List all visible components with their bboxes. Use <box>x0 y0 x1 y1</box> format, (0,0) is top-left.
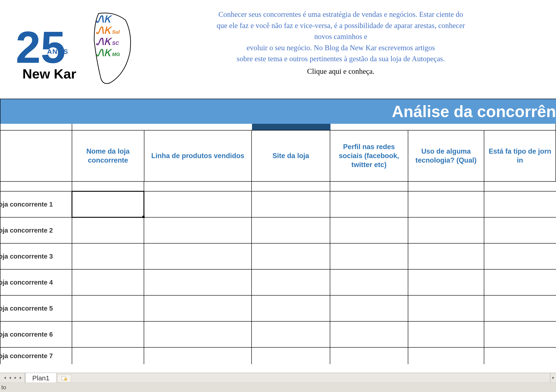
cell-nome[interactable] <box>72 218 144 243</box>
table-row: oja concorrente 4 <box>0 270 556 296</box>
scroll-right-icon[interactable] <box>550 373 556 383</box>
column-header-tecnologia[interactable]: Uso de alguma tecnologia? (Qual) <box>408 131 485 181</box>
cell-produtos[interactable] <box>144 243 252 269</box>
row-label[interactable]: oja concorrente 4 <box>0 270 72 295</box>
new-sheet-icon <box>61 376 68 381</box>
sheet-nav-first-icon[interactable] <box>2 376 7 380</box>
cell-selection-indicator <box>71 191 145 218</box>
cell-produtos[interactable] <box>144 321 252 347</box>
column-header-empty[interactable] <box>0 131 72 181</box>
intro-line: novos caminhos e <box>144 31 538 42</box>
sheet-nav-next-icon[interactable] <box>13 376 18 380</box>
new-sheet-button[interactable] <box>57 375 71 382</box>
cell-social[interactable] <box>330 243 408 269</box>
column-header-truncated[interactable]: Está fa tipo de jorn in <box>484 131 556 181</box>
cell-tech[interactable] <box>408 270 485 295</box>
cell-produtos[interactable] <box>144 270 252 295</box>
status-bar: to <box>0 383 556 392</box>
intro-text-block: Conhecer seus concorrentes é uma estraté… <box>139 5 547 92</box>
sheet-tab-plan1[interactable]: Plan1 <box>25 373 56 383</box>
cell-last[interactable] <box>484 348 556 364</box>
cell-social[interactable] <box>330 321 408 347</box>
cell-last[interactable] <box>484 243 556 269</box>
cell-nome[interactable] <box>72 348 144 364</box>
row-label[interactable]: oja concorrente 2 <box>0 218 72 243</box>
cell-tech[interactable] <box>408 191 485 217</box>
intro-cta-link[interactable]: Clique aqui e conheça. <box>144 66 538 77</box>
cell-last[interactable] <box>484 218 556 243</box>
table-row: oja concorrente 7 <box>0 348 556 364</box>
table-header-row: Nome da loja concorrente Linha de produt… <box>0 130 556 182</box>
logo-number-25: 25 <box>16 22 65 72</box>
cell-last[interactable] <box>484 321 556 347</box>
row-label[interactable]: oja concorrente 6 <box>0 321 72 347</box>
cell-nome[interactable] <box>72 243 144 269</box>
intro-line: que ele faz e você não faz e vice-versa,… <box>144 20 538 31</box>
cell-produtos[interactable] <box>144 296 252 321</box>
logo-25anos-newkar: 25 ANOS New Kar ᏁᏦ ᏁᏦ Sul ᏁᏦSC ᏁᏦMG <box>14 7 134 87</box>
sheet-tab-bar: Plan1 <box>0 373 556 383</box>
column-header-nome[interactable]: Nome da loja concorrente <box>72 131 144 181</box>
cell-social[interactable] <box>330 270 408 295</box>
cell-tech[interactable] <box>408 296 485 321</box>
row-label[interactable]: oja concorrente 5 <box>0 296 72 321</box>
sheet-nav-buttons <box>1 373 25 383</box>
cell-social[interactable] <box>330 218 408 243</box>
table-row: oja concorrente 6 <box>0 321 556 348</box>
svg-text:ᏁᏦ: ᏁᏦ <box>96 36 112 47</box>
cell-produtos[interactable] <box>144 218 252 243</box>
cell-social[interactable] <box>330 296 408 321</box>
table-row: oja concorrente 3 <box>0 243 556 270</box>
column-header-site[interactable]: Site da loja <box>252 131 330 181</box>
svg-text:SC: SC <box>112 40 119 46</box>
cell-tech[interactable] <box>408 321 485 347</box>
svg-text:MG: MG <box>112 52 120 57</box>
logo-newkar-text: New Kar <box>23 66 76 81</box>
cell-site[interactable] <box>252 296 330 321</box>
title-bar: Análise da concorrênc <box>0 99 556 124</box>
status-text: to <box>1 384 6 391</box>
cell-nome[interactable] <box>72 270 144 295</box>
column-header-linha-produtos[interactable]: Linha de produtos vendidos <box>144 131 252 181</box>
cell-nome[interactable] <box>72 296 144 321</box>
cell-site[interactable] <box>252 348 330 364</box>
cell-tech[interactable] <box>408 243 485 269</box>
column-header-redes-sociais[interactable]: Perfil nas redes sociais (facebook, twit… <box>330 131 408 181</box>
logo: 25 ANOS New Kar ᏁᏦ ᏁᏦ Sul ᏁᏦSC ᏁᏦMG <box>14 5 139 92</box>
cell-social[interactable] <box>330 348 408 364</box>
table-body: oja concorrente 1 oja concorrente 2 oja … <box>0 191 556 364</box>
cell-site[interactable] <box>252 321 330 347</box>
spacer-row <box>0 124 556 130</box>
row-label[interactable]: oja concorrente 7 <box>0 348 72 364</box>
intro-line: evoluir o seu negócio. No Blog da New Ka… <box>144 42 538 54</box>
table-row: oja concorrente 2 <box>0 218 556 243</box>
cell-tech[interactable] <box>408 348 485 364</box>
cell-site[interactable] <box>252 270 330 295</box>
filler-row <box>0 182 556 191</box>
intro-line: sobre este tema e outros pertinentes à g… <box>144 53 538 65</box>
cell-last[interactable] <box>484 270 556 295</box>
cell-produtos[interactable] <box>144 191 252 217</box>
table-row: oja concorrente 5 <box>0 296 556 321</box>
cell-site[interactable] <box>252 243 330 269</box>
cell-site[interactable] <box>252 191 330 217</box>
cell-social[interactable] <box>330 191 408 217</box>
svg-text:ᏁᏦ: ᏁᏦ <box>96 47 112 58</box>
row-label[interactable]: oja concorrente 1 <box>0 191 72 217</box>
row-label[interactable]: oja concorrente 3 <box>0 243 72 269</box>
sheet-nav-last-icon[interactable] <box>18 376 23 380</box>
cell-tech[interactable] <box>408 218 485 243</box>
cell-nome[interactable] <box>72 321 144 347</box>
cell-last[interactable] <box>484 296 556 321</box>
sheet-nav-prev-icon[interactable] <box>8 376 13 380</box>
svg-text:ᏁᏦ: ᏁᏦ <box>96 14 112 24</box>
cell-nome[interactable] <box>72 191 144 217</box>
cell-last[interactable] <box>484 191 556 217</box>
intro-line: Conhecer seus concorrentes é uma estraté… <box>144 9 538 20</box>
cell-produtos[interactable] <box>144 348 252 364</box>
table-row: oja concorrente 1 <box>0 191 556 218</box>
cell-site[interactable] <box>252 218 330 243</box>
header: 25 ANOS New Kar ᏁᏦ ᏁᏦ Sul ᏁᏦSC ᏁᏦMG Conh… <box>0 0 556 99</box>
title-text: Análise da concorrênc <box>392 102 556 121</box>
svg-text:Sul: Sul <box>112 29 120 35</box>
